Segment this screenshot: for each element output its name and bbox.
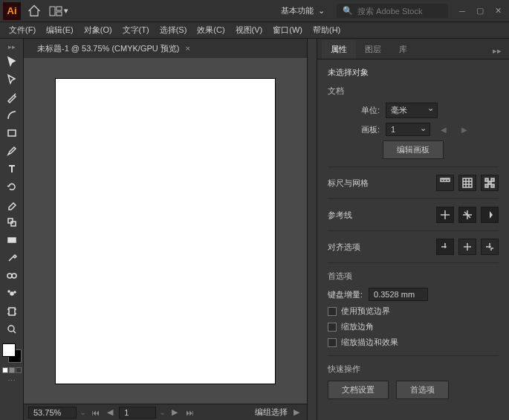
fill-swatch[interactable] xyxy=(2,343,16,357)
search-input[interactable] xyxy=(357,7,442,16)
search-box[interactable]: 🔍 xyxy=(337,4,448,18)
menu-view[interactable]: 视图(V) xyxy=(231,23,268,37)
pen-tool[interactable] xyxy=(3,89,21,106)
svg-point-10 xyxy=(8,291,10,292)
smart-guides-icon[interactable] xyxy=(481,207,499,223)
artboard-tool[interactable] xyxy=(3,303,21,320)
status-text: 编组选择 xyxy=(255,407,288,418)
fill-stroke-swatches[interactable] xyxy=(2,343,22,363)
preview-bounds-checkbox[interactable] xyxy=(328,307,337,316)
document-tab-bar: 未标题-1 @ 53.75% (CMYK/GPU 预览) × xyxy=(24,39,307,58)
blend-tool[interactable] xyxy=(3,268,21,284)
zoom-tool[interactable] xyxy=(3,321,21,337)
next-artboard-icon[interactable]: ▶ xyxy=(169,407,181,419)
tab-layers[interactable]: 图层 xyxy=(356,40,390,59)
maximize-button[interactable]: ▢ xyxy=(472,4,488,18)
scale-strokes-checkbox[interactable] xyxy=(328,338,337,347)
menu-select[interactable]: 选择(S) xyxy=(155,23,192,37)
guides-lock-icon[interactable] xyxy=(458,207,476,223)
menu-edit[interactable]: 编辑(E) xyxy=(42,23,78,37)
properties-panel: 属性 图层 库 ▸▸ 未选择对象 文档 单位: 毫米 画板: 1 ◀ ▶ 编辑画… xyxy=(317,39,509,420)
document-area: 未标题-1 @ 53.75% (CMYK/GPU 预览) × 53.75% ⌄ … xyxy=(24,39,307,420)
svg-rect-4 xyxy=(8,219,13,223)
menu-type[interactable]: 文字(T) xyxy=(118,23,154,37)
minimize-button[interactable]: ─ xyxy=(454,4,470,18)
document-tab[interactable]: 未标题-1 @ 53.75% (CMYK/GPU 预览) × xyxy=(31,40,196,57)
menu-file[interactable]: 文件(F) xyxy=(4,23,40,37)
snap-pixel-icon[interactable] xyxy=(481,239,499,255)
home-icon[interactable] xyxy=(27,4,42,19)
guides-show-icon[interactable] xyxy=(436,207,454,223)
first-artboard-icon[interactable]: ⏮ xyxy=(89,407,101,419)
edit-artboards-button[interactable]: 编辑画板 xyxy=(383,140,444,159)
arrange-documents-icon[interactable]: ▾ xyxy=(49,6,71,16)
units-label: 单位: xyxy=(328,105,380,116)
svg-rect-3 xyxy=(8,130,16,136)
svg-rect-12 xyxy=(9,308,15,315)
tab-properties[interactable]: 属性 xyxy=(322,40,356,59)
close-tab-icon[interactable]: × xyxy=(185,44,189,53)
preferences-button[interactable]: 首选项 xyxy=(396,381,449,399)
svg-point-7 xyxy=(7,274,12,278)
status-bar: 53.75% ⌄ ⏮ ◀ 1 ⌄ ▶ ⏭ 编组选择 ▶ xyxy=(24,404,307,420)
canvas[interactable] xyxy=(24,58,307,404)
edit-toolbar-icon[interactable]: ⋯ xyxy=(7,376,16,386)
eyedropper-tool[interactable] xyxy=(3,250,21,266)
menu-help[interactable]: 帮助(H) xyxy=(308,23,345,37)
paintbrush-tool[interactable] xyxy=(3,143,21,159)
document-setup-button[interactable]: 文档设置 xyxy=(328,381,389,399)
menu-window[interactable]: 窗口(W) xyxy=(268,23,307,37)
align-options-label: 对齐选项 xyxy=(328,242,360,253)
collapsed-panel-strip[interactable] xyxy=(307,39,317,420)
scale-tool[interactable] xyxy=(3,214,21,230)
search-icon: 🔍 xyxy=(343,6,353,16)
toolbox-collapse-icon[interactable]: ▸▸ xyxy=(8,43,16,51)
units-dropdown[interactable]: 毫米 xyxy=(386,103,438,118)
document-tab-title: 未标题-1 @ 53.75% (CMYK/GPU 预览) xyxy=(37,43,179,54)
menu-bar: 文件(F) 编辑(E) 对象(O) 文字(T) 选择(S) 效果(C) 视图(V… xyxy=(0,22,509,39)
type-tool[interactable] xyxy=(3,161,21,177)
close-button[interactable]: ✕ xyxy=(490,4,506,18)
artboard-number-input[interactable]: 1 xyxy=(119,407,156,419)
transparency-grid-icon[interactable] xyxy=(481,175,499,191)
rectangle-tool[interactable] xyxy=(3,125,21,141)
artboard[interactable] xyxy=(56,79,275,384)
svg-point-11 xyxy=(14,291,16,293)
panel-menu-icon[interactable]: ▸▸ xyxy=(490,43,505,59)
selection-tool[interactable] xyxy=(3,54,21,70)
eraser-tool[interactable] xyxy=(3,196,21,213)
status-nav-icon[interactable]: ▶ xyxy=(291,407,302,419)
gradient-tool[interactable] xyxy=(3,232,21,248)
curvature-tool[interactable] xyxy=(3,107,21,123)
direct-selection-tool[interactable] xyxy=(3,71,21,88)
keyboard-increment-input[interactable]: 0.3528 mm xyxy=(369,288,428,301)
artboard-dropdown[interactable]: 1 xyxy=(386,123,430,136)
menu-effect[interactable]: 效果(C) xyxy=(192,23,229,37)
next-artboard-panel-icon[interactable]: ▶ xyxy=(457,126,472,134)
svg-rect-6 xyxy=(8,238,16,242)
preview-bounds-label: 使用预览边界 xyxy=(341,306,390,317)
snap-point-icon[interactable] xyxy=(436,239,454,255)
tab-libraries[interactable]: 库 xyxy=(390,40,416,59)
prev-artboard-icon[interactable]: ◀ xyxy=(104,407,116,419)
workspace-dropdown[interactable]: 基本功能⌄ xyxy=(275,3,331,19)
svg-rect-1 xyxy=(56,7,62,10)
svg-rect-18 xyxy=(491,184,494,187)
ruler-icon[interactable] xyxy=(436,175,454,191)
menu-object[interactable]: 对象(O) xyxy=(80,23,117,37)
no-selection-label: 未选择对象 xyxy=(328,67,499,78)
svg-point-9 xyxy=(10,292,13,295)
svg-point-8 xyxy=(12,274,16,278)
symbol-sprayer-tool[interactable] xyxy=(3,285,21,302)
last-artboard-icon[interactable]: ⏭ xyxy=(184,407,195,419)
draw-mode-icons[interactable] xyxy=(2,367,22,373)
snap-grid-icon[interactable] xyxy=(458,239,476,255)
zoom-dropdown[interactable]: 53.75% xyxy=(28,407,77,419)
rulers-grid-label: 标尺与网格 xyxy=(328,178,369,189)
grid-icon[interactable] xyxy=(458,175,476,191)
rotate-tool[interactable] xyxy=(3,178,21,195)
svg-rect-2 xyxy=(56,12,62,16)
svg-point-21 xyxy=(489,246,490,248)
prev-artboard-panel-icon[interactable]: ◀ xyxy=(436,126,451,134)
scale-corners-checkbox[interactable] xyxy=(328,323,337,332)
